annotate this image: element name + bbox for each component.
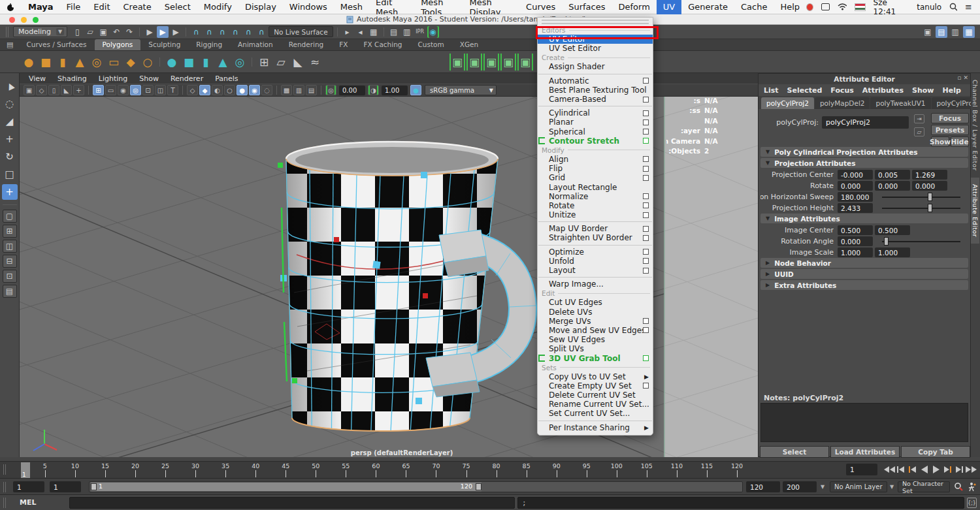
shelf-tab-xgen[interactable]: XGen xyxy=(452,39,486,50)
save-scene-icon[interactable]: ▣ xyxy=(97,26,109,38)
macos-menu-generate[interactable]: Generate xyxy=(681,0,734,14)
play-backwards-button[interactable] xyxy=(919,464,930,475)
attr-field[interactable]: 0.500 xyxy=(838,225,873,235)
section-header-image-attributes[interactable]: ▼Image Attributes xyxy=(760,214,968,223)
playback-range-bar[interactable]: 1 120 xyxy=(91,483,482,491)
menu-item-normalize[interactable]: Normalize xyxy=(538,192,653,201)
menu-item-warp-image[interactable]: Warp Image... xyxy=(538,279,653,289)
undo-icon[interactable]: ↶ xyxy=(110,26,122,38)
poly-cone-icon[interactable]: ▲ xyxy=(72,54,88,71)
menu-item-uv-set-editor[interactable]: UV Set Editor xyxy=(538,44,653,53)
shelf-tab-curves-surfaces[interactable]: Curves / Surfaces xyxy=(18,39,94,50)
attr-field[interactable]: 1.269 xyxy=(912,170,947,180)
option-box-icon[interactable] xyxy=(643,235,649,241)
color-management-icon[interactable]: ● xyxy=(410,85,421,95)
ae-tab-polytweakuv1[interactable]: polyTweakUV1 xyxy=(870,97,930,109)
minimize-window-icon[interactable] xyxy=(21,17,27,23)
mt-extrude-icon[interactable]: ▣ xyxy=(449,54,465,71)
menu-item-rename-current-uv-set[interactable]: Rename Current UV Set... xyxy=(538,400,653,409)
shelf-tab-rendering[interactable]: Rendering xyxy=(281,39,332,50)
option-box-icon[interactable] xyxy=(643,202,649,208)
snap-grid-icon[interactable]: ∩ xyxy=(190,26,202,38)
ae-menu-selected[interactable]: Selected xyxy=(787,86,823,95)
macos-menu-maya[interactable]: Maya xyxy=(22,0,60,14)
spotlight-search-icon[interactable] xyxy=(949,3,957,11)
menu-item-copy-uvs-to-uv-set[interactable]: Copy UVs to UV Set▶ xyxy=(538,372,653,381)
option-box-icon[interactable] xyxy=(643,226,649,232)
macos-menu-deform[interactable]: Deform xyxy=(612,0,657,14)
safe-title-icon[interactable]: T xyxy=(167,85,178,95)
viewport-menu-panels[interactable]: Panels xyxy=(215,74,238,83)
film-gate-icon[interactable]: ▭ xyxy=(105,85,116,95)
menu-item-split-uvs[interactable]: Split UVs xyxy=(538,344,653,353)
menu-item-unitize[interactable]: Unitize xyxy=(538,210,653,219)
step-forward-frame-button[interactable] xyxy=(954,464,965,475)
motion-blur-icon[interactable]: ◌ xyxy=(261,85,272,95)
menu-bar-user[interactable]: tanulo xyxy=(917,3,941,12)
range-slider-track[interactable]: 1 120 xyxy=(89,481,743,492)
notification-dot-icon[interactable] xyxy=(806,3,813,11)
ae-menu-focus[interactable]: Focus xyxy=(830,86,854,95)
xray-icon[interactable]: ▥ xyxy=(293,85,304,95)
new-scene-icon[interactable]: ▯ xyxy=(71,26,83,38)
macos-menu-file[interactable]: File xyxy=(60,0,88,14)
macos-menu-create[interactable]: Create xyxy=(117,0,158,14)
menu-item-camera-based[interactable]: Camera-Based xyxy=(538,95,653,104)
scale-tool-icon[interactable]: □ xyxy=(2,167,18,182)
use-all-lights-icon[interactable]: ○ xyxy=(224,85,235,95)
menu-item-spherical[interactable]: Spherical xyxy=(538,127,653,136)
macos-menu-edit-mesh[interactable]: Edit Mesh xyxy=(369,0,414,14)
shelf-tab-animation[interactable]: Animation xyxy=(230,39,281,50)
shelf-menu-icon[interactable]: ▤ xyxy=(7,40,13,49)
input-connections-icon[interactable]: ▸ xyxy=(342,26,353,38)
select-button[interactable]: Select xyxy=(760,446,829,458)
snap-curve-icon[interactable]: ∩ xyxy=(203,26,215,38)
menu-item-per-instance-sharing[interactable]: Per Instance Sharing▶ xyxy=(538,423,653,432)
resolution-gate-icon[interactable]: ◉ xyxy=(118,85,129,95)
ae-tab-polymapdel2[interactable]: polyMapDel2 xyxy=(815,97,870,109)
vertical-tab-channel-box-layer-editor[interactable]: Channel Box / Layer Editor xyxy=(971,73,979,178)
attr-field[interactable]: -0.000 xyxy=(838,170,873,180)
subdiv-grid-icon[interactable]: ⊞ xyxy=(256,54,272,71)
menu-item-automatic[interactable]: Automatic xyxy=(538,76,653,86)
option-box-icon[interactable] xyxy=(643,97,649,103)
snap-view-plane-icon[interactable]: ∩ xyxy=(242,26,254,38)
show-button[interactable]: Show xyxy=(931,136,949,147)
select-component-icon[interactable]: ▶ xyxy=(170,26,182,38)
menu-item-align[interactable]: Align xyxy=(538,155,653,164)
poly-cube-icon[interactable]: ■ xyxy=(38,54,54,71)
menu-item-best-plane-texturing-tool[interactable]: Best Plane Texturing Tool xyxy=(538,86,653,95)
status-line-grip[interactable] xyxy=(6,27,10,37)
focus-button[interactable]: Focus xyxy=(931,113,969,123)
textured-icon[interactable]: ◐ xyxy=(212,85,223,95)
poly-pyramid-icon[interactable]: ◆ xyxy=(123,54,139,71)
viewport-menu-shading[interactable]: Shading xyxy=(57,74,87,83)
menu-item-rotate[interactable]: Rotate xyxy=(538,201,653,210)
menu-item-straighten-uv-border[interactable]: Straighten UV Border xyxy=(538,233,653,242)
go-to-end-button[interactable] xyxy=(966,464,977,475)
section-header-extra-attributes[interactable]: ▶Extra Attributes xyxy=(760,280,968,290)
safe-action-icon[interactable]: ◫ xyxy=(155,85,166,95)
menu-tear-off-handle[interactable] xyxy=(542,20,649,24)
wireframe-icon[interactable]: ◇ xyxy=(187,85,198,95)
macos-menu-mesh-display[interactable]: Mesh Display xyxy=(463,0,519,14)
menu-item-contour-stretch[interactable]: Contour Stretch xyxy=(538,136,653,146)
select-tool-icon[interactable]: ▶ xyxy=(2,78,18,94)
menu-item-optimize[interactable]: Optimize xyxy=(538,247,653,257)
command-language-toggle[interactable]: MEL xyxy=(20,498,36,507)
option-box-icon[interactable] xyxy=(643,383,649,389)
select-hierarchy-icon[interactable]: ▶ xyxy=(144,26,155,38)
section-header-node-behavior[interactable]: ▶Node Behavior xyxy=(760,258,968,268)
menu-item-cut-uv-edges[interactable]: Cut UV Edges xyxy=(538,298,653,307)
menu-item-delete-uvs[interactable]: Delete UVs xyxy=(538,308,653,317)
layout-hypershade-persp[interactable]: ▤ xyxy=(3,285,17,298)
smooth-sphere-icon[interactable]: ● xyxy=(164,54,180,71)
attr-field[interactable]: 180.000 xyxy=(838,192,873,202)
exposure-field[interactable]: 0.00 xyxy=(339,86,365,95)
ambient-occlusion-icon[interactable]: ◉ xyxy=(249,85,260,95)
attr-field[interactable]: 0.000 xyxy=(838,181,873,191)
step-back-frame-button[interactable] xyxy=(895,464,906,475)
playback-start-field[interactable]: 1 xyxy=(50,481,81,492)
menu-item-map-uv-border[interactable]: Map UV Border xyxy=(538,224,653,233)
macos-menu-mesh-tools[interactable]: Mesh Tools xyxy=(414,0,463,14)
